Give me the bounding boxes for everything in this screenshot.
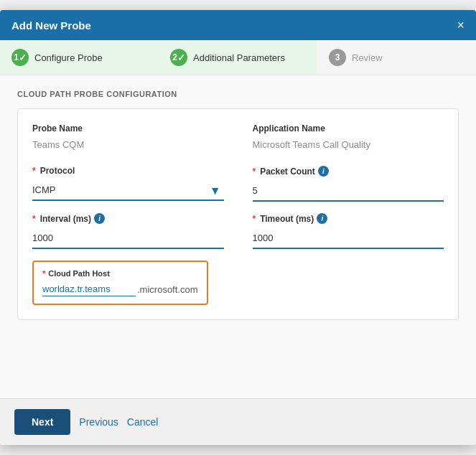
packet-count-label: * Packet Count i: [253, 166, 444, 177]
interval-info-icon: i: [94, 213, 105, 224]
step-1-circle: 1: [11, 49, 29, 66]
cloud-path-inputs: .microsoft.com: [42, 282, 198, 296]
step-3-circle: 3: [329, 49, 346, 66]
application-name-col: Application Name Microsoft Teams Call Qu…: [253, 123, 444, 153]
timeout-info-icon: i: [317, 213, 327, 224]
form-row-interval-timeout: * Interval (ms) i * Timeout (ms) i: [32, 213, 444, 249]
interval-required-star: *: [32, 214, 36, 224]
step-2-circle: 2: [170, 49, 187, 66]
form-row-protocol-packet: * Protocol ICMP TCP UDP ▼ *: [32, 166, 444, 202]
protocol-label: * Protocol: [32, 166, 224, 176]
close-button[interactable]: ×: [457, 19, 465, 32]
form-row-names: Probe Name Teams CQM Application Name Mi…: [32, 123, 444, 153]
interval-label: * Interval (ms) i: [32, 213, 224, 224]
cancel-button[interactable]: Cancel: [127, 416, 159, 428]
packet-count-col: * Packet Count i: [253, 166, 444, 202]
modal-title: Add New Probe: [11, 19, 91, 32]
modal-footer: Next Previous Cancel: [0, 398, 476, 445]
packet-count-input[interactable]: [253, 181, 444, 202]
protocol-select-wrapper: ICMP TCP UDP ▼: [32, 180, 224, 201]
interval-input[interactable]: [32, 228, 224, 249]
form-card: Probe Name Teams CQM Application Name Mi…: [17, 108, 459, 320]
timeout-input[interactable]: [253, 228, 444, 249]
packet-count-info-icon: i: [318, 166, 329, 177]
step-2-additional-parameters[interactable]: 2 Additional Parameters: [159, 40, 317, 75]
cloud-path-box: * Cloud Path Host .microsoft.com: [32, 261, 208, 305]
next-button[interactable]: Next: [14, 409, 70, 435]
step-2-label: Additional Parameters: [193, 52, 285, 63]
interval-label-text: Interval (ms): [40, 214, 91, 224]
step-1-configure-probe[interactable]: 1 Configure Probe: [0, 40, 159, 75]
protocol-label-text: Protocol: [40, 166, 75, 176]
step-3-label: Review: [352, 52, 383, 63]
cloud-path-required-star: *: [42, 269, 45, 278]
step-1-number: 1: [14, 52, 19, 62]
probe-name-value: Teams CQM: [32, 136, 224, 153]
previous-button[interactable]: Previous: [79, 416, 118, 428]
step-2-number: 2: [172, 52, 177, 62]
wizard-steps: 1 Configure Probe 2 Additional Parameter…: [0, 40, 476, 75]
modal-header: Add New Probe ×: [0, 10, 476, 40]
interval-col: * Interval (ms) i: [32, 213, 224, 249]
timeout-col: * Timeout (ms) i: [253, 213, 444, 249]
protocol-select[interactable]: ICMP TCP UDP: [32, 180, 224, 201]
cloud-path-host-label: * Cloud Path Host: [42, 269, 198, 278]
application-name-value: Microsoft Teams Call Quality: [253, 136, 444, 153]
protocol-col: * Protocol ICMP TCP UDP ▼: [32, 166, 224, 202]
add-new-probe-modal: Add New Probe × 1 Configure Probe 2 Addi…: [0, 10, 476, 445]
step-1-label: Configure Probe: [34, 52, 103, 63]
cloud-path-section: * Cloud Path Host .microsoft.com: [32, 261, 444, 305]
step-1-check: [19, 52, 27, 63]
timeout-required-star: *: [253, 214, 256, 224]
packet-count-label-text: Packet Count: [260, 166, 315, 177]
packet-count-required-star: *: [253, 166, 256, 177]
step-3-number: 3: [335, 52, 340, 62]
cloud-path-label-text: Cloud Path Host: [48, 269, 110, 278]
protocol-required-star: *: [32, 166, 36, 176]
section-title: CLOUD PATH PROBE CONFIGURATION: [17, 90, 459, 98]
probe-name-label: Probe Name: [32, 123, 224, 133]
step-3-review[interactable]: 3 Review: [317, 40, 476, 75]
step-2-check: [177, 52, 185, 63]
modal-content: CLOUD PATH PROBE CONFIGURATION Probe Nam…: [0, 75, 476, 398]
application-name-label: Application Name: [253, 123, 444, 133]
timeout-label: * Timeout (ms) i: [253, 213, 444, 224]
timeout-label-text: Timeout (ms): [260, 214, 314, 224]
cloud-path-suffix: .microsoft.com: [137, 284, 198, 295]
probe-name-col: Probe Name Teams CQM: [32, 123, 224, 153]
cloud-path-host-input[interactable]: [42, 282, 136, 296]
